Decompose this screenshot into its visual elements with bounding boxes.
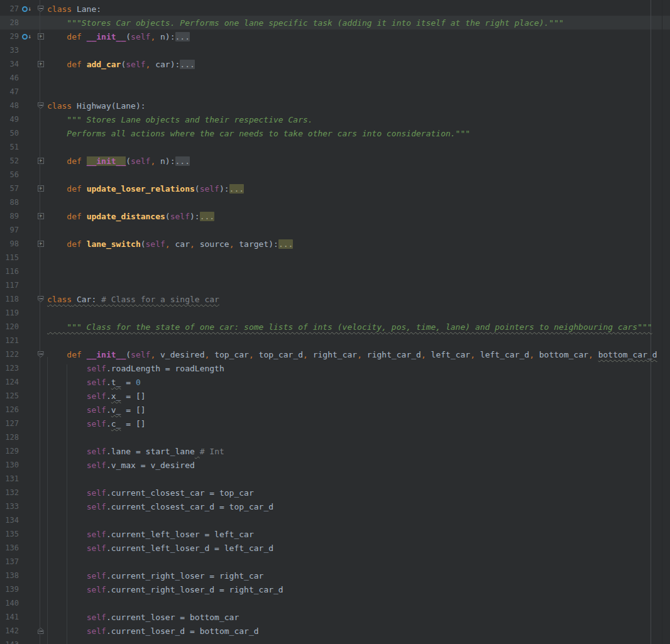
code-line[interactable]: 134 — [0, 513, 670, 527]
code-text[interactable]: self.current_right_loser = right_car — [46, 571, 670, 581]
line-number[interactable]: 117 — [0, 281, 19, 290]
line-number[interactable]: 128 — [0, 433, 19, 442]
code-text[interactable]: Performs all actions where the car needs… — [46, 129, 670, 138]
code-line[interactable]: 135 self.current_left_loser = left_car — [0, 527, 670, 541]
code-line[interactable]: 50 Performs all actions where the car ne… — [0, 126, 670, 140]
code-text[interactable]: self.current_left_loser = left_car — [46, 530, 670, 539]
code-line[interactable]: 141 self.current_loser = bottom_car — [0, 610, 670, 624]
fold-marker-collapsed-icon[interactable]: + — [38, 241, 44, 247]
line-number[interactable]: 120 — [0, 322, 19, 331]
fold-marker-open-icon[interactable] — [38, 102, 44, 109]
line-number[interactable]: 131 — [0, 474, 19, 483]
code-line[interactable]: 117 — [0, 278, 670, 292]
code-text[interactable]: self.current_loser_d = bottom_car_d — [46, 626, 670, 636]
line-number[interactable]: 121 — [0, 336, 19, 345]
line-number[interactable]: 124 — [0, 378, 19, 386]
line-number[interactable]: 143 — [0, 640, 19, 644]
code-line[interactable]: 130 self.v_max = v_desired — [0, 458, 670, 472]
code-line[interactable]: 52+ def __init__(self, n):... — [0, 154, 670, 168]
code-text[interactable]: def __init__(self, n):... — [46, 32, 670, 41]
code-text[interactable]: """Stores Car objects. Performs one lane… — [46, 18, 670, 28]
fold-marker-collapsed-icon[interactable]: + — [38, 33, 44, 40]
line-number[interactable]: 132 — [0, 488, 19, 497]
code-line[interactable]: 123 self.roadLength = roadLength — [0, 361, 670, 375]
line-number[interactable]: 47 — [0, 87, 19, 96]
line-number[interactable]: 129 — [0, 447, 19, 456]
code-text[interactable]: self.current_closest_car = top_car — [46, 488, 670, 498]
fold-marker-open-icon[interactable] — [38, 351, 44, 357]
code-line[interactable]: 136 self.current_left_loser_d = left_car… — [0, 541, 670, 555]
line-number[interactable]: 48 — [0, 101, 19, 110]
line-number[interactable]: 118 — [0, 295, 19, 303]
code-line[interactable]: 118class Car: # Class for a single car — [0, 292, 670, 306]
code-text[interactable]: self.c_ = [] — [46, 419, 670, 428]
code-line[interactable]: 127 self.c_ = [] — [0, 417, 670, 430]
overridden-marker-icon[interactable]: ↓ — [22, 6, 31, 12]
code-text[interactable]: self.t_ = 0 — [46, 378, 670, 387]
line-number[interactable]: 137 — [0, 557, 19, 566]
line-number[interactable]: 49 — [0, 115, 19, 124]
code-line[interactable]: 29↓+ def __init__(self, n):... — [0, 30, 670, 43]
line-number[interactable]: 134 — [0, 516, 19, 525]
line-number[interactable]: 33 — [0, 46, 19, 55]
line-number[interactable]: 116 — [0, 267, 19, 276]
code-text[interactable]: def add_car(self, car):... — [46, 60, 670, 69]
code-line[interactable]: 131 — [0, 472, 670, 486]
line-number[interactable]: 34 — [0, 60, 19, 68]
fold-marker-collapsed-icon[interactable]: + — [38, 185, 44, 192]
line-number[interactable]: 56 — [0, 170, 19, 179]
code-line[interactable]: 133 self.current_closest_car_d = top_car… — [0, 499, 670, 513]
code-line[interactable]: 132 self.current_closest_car = top_car — [0, 486, 670, 499]
code-text[interactable]: self.x_ = [] — [46, 391, 670, 401]
code-line[interactable]: 46 — [0, 71, 670, 85]
overridden-marker-icon[interactable]: ↓ — [22, 33, 31, 40]
fold-marker-end-icon[interactable] — [38, 628, 44, 634]
code-line[interactable]: 124 self.t_ = 0 — [0, 375, 670, 389]
line-number[interactable]: 139 — [0, 585, 19, 594]
line-number[interactable]: 29 — [0, 32, 19, 41]
line-number[interactable]: 141 — [0, 613, 19, 621]
code-text[interactable]: self.roadLength = roadLength — [46, 364, 670, 373]
line-number[interactable]: 115 — [0, 253, 19, 262]
line-number[interactable]: 97 — [0, 226, 19, 234]
code-text[interactable]: def __init__(self, v_desired, top_car, t… — [46, 350, 670, 359]
code-line[interactable]: 119 — [0, 306, 670, 320]
code-line[interactable]: 138 self.current_right_loser = right_car — [0, 569, 670, 582]
code-line[interactable]: 140 — [0, 596, 670, 610]
code-line[interactable]: 137 — [0, 555, 670, 569]
line-number[interactable]: 125 — [0, 391, 19, 400]
code-text[interactable]: self.lane = start_lane # Int — [46, 447, 670, 456]
code-line[interactable]: 97 — [0, 223, 670, 237]
line-number[interactable]: 133 — [0, 502, 19, 511]
code-text[interactable]: def update_distances(self):... — [46, 212, 670, 221]
code-text[interactable]: """ Class for the state of one car: some… — [46, 322, 670, 332]
line-number[interactable]: 28 — [0, 18, 19, 27]
code-text[interactable]: self.current_loser = bottom_car — [46, 613, 670, 622]
line-number[interactable]: 122 — [0, 350, 19, 359]
code-line[interactable]: 57+ def update_loser_relations(self):... — [0, 182, 670, 195]
code-line[interactable]: 33 — [0, 43, 670, 57]
code-line[interactable]: 49 """ Stores Lane objects and their res… — [0, 112, 670, 126]
code-line[interactable]: 89+ def update_distances(self):... — [0, 209, 670, 223]
fold-marker-collapsed-icon[interactable]: + — [38, 213, 44, 219]
code-line[interactable]: 122 def __init__(self, v_desired, top_ca… — [0, 347, 670, 361]
code-line[interactable]: 51 — [0, 140, 670, 154]
line-number[interactable]: 142 — [0, 626, 19, 635]
code-text[interactable]: class Car: # Class for a single car — [46, 295, 670, 304]
line-number[interactable]: 51 — [0, 143, 19, 151]
line-number[interactable]: 89 — [0, 212, 19, 221]
code-line[interactable]: 142 self.current_loser_d = bottom_car_d — [0, 624, 670, 638]
line-number[interactable]: 126 — [0, 405, 19, 414]
code-line[interactable]: 27↓class Lane: — [0, 2, 670, 16]
fold-marker-collapsed-icon[interactable]: + — [38, 158, 44, 164]
code-text[interactable]: def update_loser_relations(self):... — [46, 184, 670, 194]
code-line[interactable]: 34+ def add_car(self, car):... — [0, 57, 670, 71]
line-number[interactable]: 52 — [0, 156, 19, 165]
line-number[interactable]: 119 — [0, 308, 19, 317]
code-text[interactable]: self.current_left_loser_d = left_car_d — [46, 543, 670, 553]
line-number[interactable]: 57 — [0, 184, 19, 193]
line-number[interactable]: 130 — [0, 461, 19, 469]
code-text[interactable]: def lane_switch(self, car, source, targe… — [46, 239, 670, 249]
code-line[interactable]: 121 — [0, 334, 670, 347]
code-text[interactable]: self.v_ = [] — [46, 405, 670, 415]
